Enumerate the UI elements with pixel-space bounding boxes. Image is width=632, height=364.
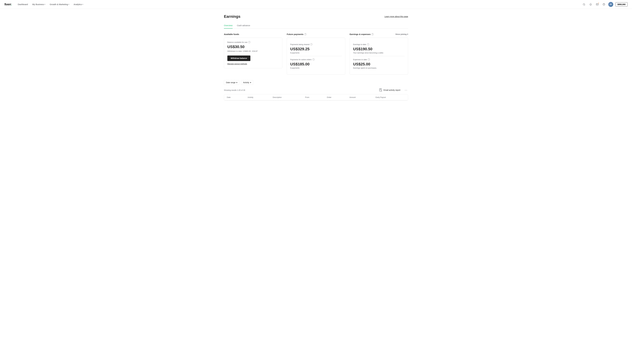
svg-rect-7: [380, 90, 381, 90]
manage-payout-link[interactable]: Manage payout methods: [227, 63, 247, 65]
earnings-to-date-info-icon[interactable]: ?: [367, 43, 369, 46]
withdraw-balance-button[interactable]: Withdraw balance: [227, 56, 250, 61]
expenses-to-date-row: Expenses to date ? US$25.00 Earnings spe…: [353, 56, 405, 71]
expenses-to-date-label: Expenses to date ?: [353, 58, 405, 60]
clearing-amount: US$329.25: [290, 47, 342, 51]
active-info-icon[interactable]: ?: [312, 58, 314, 60]
col-activity: Activity: [245, 94, 270, 100]
future-payments-info-icon[interactable]: ?: [304, 33, 306, 36]
clearing-count: 8 payments: [290, 52, 342, 54]
learn-more-link[interactable]: Learn more about this page: [385, 16, 408, 18]
tab-overview[interactable]: Overview: [224, 22, 233, 28]
tabs: Overview Cash advance: [224, 22, 408, 29]
filters: Date range ▾ Activity ▾: [224, 80, 408, 85]
payments-active-row: Payments for active orders ? US$185.00 6…: [290, 56, 342, 71]
header-left: fiverr. Dashboard My Business ▾ Growth &…: [5, 2, 85, 6]
more-options-button[interactable]: ⋯: [404, 88, 408, 92]
date-range-filter[interactable]: Date range ▾: [224, 80, 239, 85]
earnings-expenses-section: Earnings & expenses ? Since joining ▾ Ea…: [350, 33, 408, 75]
nav-item-growth-marketing[interactable]: Growth & Marketing ▾: [48, 2, 71, 6]
payments-clearing-label: Payments being cleared ?: [290, 43, 342, 46]
balance-button[interactable]: $950,000: [615, 2, 627, 6]
earnings-to-date-sub: Your earnings since becoming a seller.: [353, 52, 405, 54]
earnings-to-date-amount: US$190.50: [353, 47, 405, 51]
earnings-to-date-label: Earnings to date ?: [353, 43, 405, 46]
page-header: Earnings Learn more about this page: [224, 14, 408, 19]
header-right: JD $950,000: [582, 2, 627, 7]
results-count: Showing results 1-20 of 28: [224, 89, 245, 91]
search-icon[interactable]: [582, 2, 586, 6]
balance-label: Balance available for use ?: [227, 41, 279, 43]
nav-item-my-business[interactable]: My Business ▾: [31, 2, 47, 6]
payments-clearing-row: Payments being cleared ? US$329.25 8 pay…: [290, 41, 342, 56]
avatar[interactable]: JD: [608, 2, 613, 7]
tab-cash-advance[interactable]: Cash advance: [237, 22, 250, 28]
svg-text:CSV: CSV: [381, 90, 382, 92]
available-funds-card: Balance available for use ? US$30.50 Wit…: [224, 38, 282, 68]
table-header: Date Activity Description From Order Amo…: [224, 94, 408, 100]
csv-icon: CSV: [379, 88, 383, 92]
svg-line-1: [584, 5, 585, 5]
svg-rect-6: [380, 90, 381, 90]
earnings-info-icon[interactable]: ?: [372, 33, 374, 36]
help-icon[interactable]: [602, 2, 606, 6]
cards-row: Available funds Balance available for us…: [224, 33, 408, 75]
header: fiverr. Dashboard My Business ▾ Growth &…: [0, 0, 632, 9]
future-payments-section: Future payments ? Payments being cleared…: [287, 33, 345, 75]
balance-amount: US$30.50: [227, 44, 279, 49]
clearing-info-icon[interactable]: ?: [310, 43, 312, 46]
expenses-info-icon[interactable]: ?: [368, 58, 370, 60]
active-amount: US$185.00: [290, 62, 342, 66]
earnings-to-date-row: Earnings to date ? US$190.50 Your earnin…: [353, 41, 405, 56]
col-description: Description: [270, 94, 302, 100]
col-order: Order: [324, 94, 347, 100]
earnings-table: Date Activity Description From Order Amo…: [224, 94, 408, 100]
chevron-down-icon: ▾: [69, 4, 69, 5]
activity-table: Date Activity Description From Order Amo…: [224, 94, 408, 100]
payments-active-label: Payments for active orders ?: [290, 58, 342, 60]
expenses-to-date-amount: US$25.00: [353, 62, 405, 66]
chevron-down-icon: ▾: [250, 82, 251, 84]
col-amount: Amount: [347, 94, 373, 100]
col-early-payout: Early Payout: [373, 94, 408, 100]
withdrawn-line: Withdrawn to date: US$80.00 | €34.87: [227, 50, 279, 52]
earnings-expenses-label: Earnings & expenses ? Since joining ▾: [350, 33, 408, 36]
future-payments-label: Future payments ?: [287, 33, 345, 36]
nav-item-analytics[interactable]: Analytics ▾: [72, 2, 85, 6]
email-activity-report-button[interactable]: CSV Email activity report: [378, 88, 402, 92]
earnings-expenses-card: Earnings to date ? US$190.50 Your earnin…: [350, 38, 408, 75]
available-funds-label: Available funds: [224, 33, 282, 36]
svg-rect-5: [380, 89, 381, 89]
messages-badge: [598, 2, 599, 4]
page-content: Earnings Learn more about this page Over…: [219, 9, 413, 106]
messages-icon[interactable]: [595, 2, 599, 6]
results-actions: CSV Email activity report ⋯: [378, 88, 408, 92]
results-row: Showing results 1-20 of 28 CSV Email act…: [224, 88, 408, 92]
page-title: Earnings: [224, 14, 240, 19]
future-payments-card: Payments being cleared ? US$329.25 8 pay…: [287, 38, 345, 75]
expenses-to-date-sub: Earnings spent on purchases.: [353, 67, 405, 69]
activity-filter[interactable]: Activity ▾: [241, 80, 253, 85]
since-joining-dropdown[interactable]: Since joining ▾: [395, 33, 408, 35]
notifications-icon[interactable]: [588, 2, 593, 6]
nav-item-dashboard[interactable]: Dashboard: [16, 2, 30, 6]
active-count: 6 payments: [290, 67, 342, 69]
chevron-down-icon: ▾: [45, 4, 45, 5]
chevron-down-icon: ▾: [407, 33, 408, 35]
main-nav: Dashboard My Business ▾ Growth & Marketi…: [16, 2, 85, 6]
logo[interactable]: fiverr.: [5, 2, 12, 6]
chevron-down-icon: ▾: [236, 82, 237, 84]
col-date: Date: [224, 94, 245, 100]
available-funds-section: Available funds Balance available for us…: [224, 33, 282, 75]
col-from: From: [302, 94, 324, 100]
chevron-down-icon: ▾: [83, 4, 83, 5]
balance-info-icon[interactable]: ?: [248, 41, 250, 43]
